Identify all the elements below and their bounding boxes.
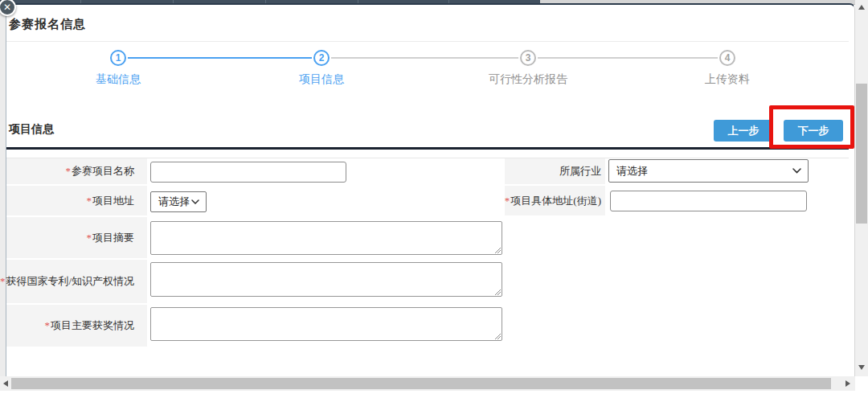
industry-select-value: 请选择 xyxy=(609,164,792,179)
step-2-circle: 2 xyxy=(313,50,330,66)
required-mark: * xyxy=(87,195,92,207)
section-divider xyxy=(6,147,849,150)
awards-textarea[interactable] xyxy=(150,307,502,341)
scroll-left-icon[interactable] xyxy=(0,378,11,389)
label-cell-industry: 所属行业 xyxy=(505,158,605,184)
awards-label: 项目主要获奖情况 xyxy=(51,318,134,333)
industry-label: 所属行业 xyxy=(559,164,601,179)
project-address-select[interactable]: 请选择 xyxy=(150,191,207,212)
patent-textarea[interactable] xyxy=(150,262,502,297)
step-1-circle: 1 xyxy=(110,50,126,66)
required-mark: * xyxy=(87,232,92,244)
chevron-down-icon xyxy=(191,199,199,204)
annotation-highlight-box xyxy=(769,105,854,149)
step-3-circle: 3 xyxy=(520,50,536,66)
required-mark: * xyxy=(0,275,5,288)
required-mark: * xyxy=(505,195,510,207)
label-cell-project-name: * 参赛项目名称 xyxy=(6,158,147,184)
scroll-right-icon[interactable] xyxy=(842,378,854,389)
scroll-up-icon[interactable] xyxy=(855,2,868,13)
step-2-label: 项目信息 xyxy=(299,72,344,87)
project-address-select-value: 请选择 xyxy=(151,195,191,209)
vertical-scrollbar-thumb[interactable] xyxy=(856,84,867,224)
required-mark: * xyxy=(66,165,72,178)
modal-title: 参赛报名信息 xyxy=(9,17,86,32)
industry-select[interactable]: 请选择 xyxy=(608,159,809,183)
step-1-label: 基础信息 xyxy=(96,72,141,87)
label-cell-summary: * 项目摘要 xyxy=(6,217,147,258)
section-title: 项目信息 xyxy=(9,122,54,137)
step-3-label: 可行性分析报告 xyxy=(489,72,567,87)
stepper-connector-1-2 xyxy=(128,57,312,59)
project-name-input[interactable] xyxy=(150,162,346,183)
label-cell-project-address: * 项目地址 xyxy=(6,186,147,215)
project-address-label: 项目地址 xyxy=(92,194,134,208)
label-cell-street-address: * 项目具体地址(街道) xyxy=(505,186,605,215)
project-name-label: 参赛项目名称 xyxy=(72,164,134,179)
chevron-down-icon xyxy=(792,168,801,174)
patent-label: 获得国家专利/知识产权情况 xyxy=(6,274,134,289)
label-cell-awards: * 项目主要获奖情况 xyxy=(6,305,147,347)
stepper-connector-3-4 xyxy=(538,57,718,59)
step-4-label: 上传资料 xyxy=(705,72,750,87)
label-cell-patent: * 获得国家专利/知识产权情况 xyxy=(6,260,147,303)
street-address-label: 项目具体地址(街道) xyxy=(510,194,601,208)
title-divider xyxy=(6,41,849,42)
summary-textarea[interactable] xyxy=(150,221,502,255)
step-4-circle: 4 xyxy=(719,50,735,66)
stepper-connector-2-3 xyxy=(331,57,518,59)
horizontal-scrollbar-thumb[interactable] xyxy=(11,378,831,389)
summary-label: 项目摘要 xyxy=(92,231,134,245)
required-mark: * xyxy=(45,319,51,332)
scroll-down-icon[interactable] xyxy=(855,362,868,373)
street-address-input[interactable] xyxy=(610,191,807,211)
page-gutter xyxy=(0,5,6,376)
prev-step-button[interactable]: 上一步 xyxy=(714,120,773,142)
